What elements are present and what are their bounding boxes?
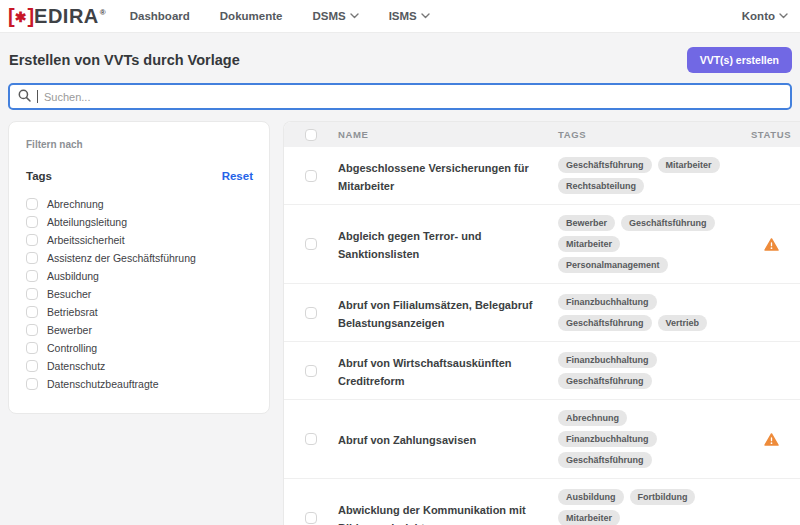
row-checkbox[interactable]: [305, 433, 317, 445]
top-nav: [ ✱ ] EDIRA ® DashboardDokumenteDSMSISMS…: [0, 0, 800, 33]
filter-option-label: Datenschutzbeauftragte: [47, 378, 159, 390]
account-label: Konto: [742, 10, 775, 22]
filter-option-datenschutz[interactable]: Datenschutz: [26, 357, 253, 375]
nav-item-label: ISMS: [389, 10, 417, 22]
row-checkbox[interactable]: [305, 512, 317, 524]
checkbox[interactable]: [26, 342, 38, 354]
text-caret: [37, 90, 38, 103]
search-input[interactable]: [44, 91, 782, 103]
filter-option-label: Datenschutz: [47, 360, 105, 372]
tag-pill: Bewerber: [558, 215, 615, 231]
tag-pill: Geschäftsführung: [558, 373, 652, 389]
filter-option-bewerber[interactable]: Bewerber: [26, 321, 253, 339]
filter-option-abrechnung[interactable]: Abrechnung: [26, 195, 253, 213]
filter-option-controlling[interactable]: Controlling: [26, 339, 253, 357]
table-header-row: NAME TAGS STATUS: [284, 122, 800, 147]
logo-asterisk-icon: ✱: [14, 9, 28, 25]
table-body: Abgeschlossene Versicherungen für Mitarb…: [284, 147, 800, 525]
row-checkbox[interactable]: [305, 170, 317, 182]
nav-item-label: Dokumente: [220, 10, 283, 22]
checkbox[interactable]: [26, 270, 38, 282]
checkbox[interactable]: [26, 324, 38, 336]
tag-pill: Finanzbuchhaltung: [558, 352, 657, 368]
filter-option-besucher[interactable]: Besucher: [26, 285, 253, 303]
column-header-name: NAME: [338, 129, 558, 140]
checkbox[interactable]: [26, 306, 38, 318]
filter-option-label: Betriebsrat: [47, 306, 98, 318]
tag-list: BewerberGeschäftsführungMitarbeiterPerso…: [558, 215, 730, 273]
tag-list: AusbildungFortbildungMitarbeiterPersonal…: [558, 489, 730, 525]
checkbox[interactable]: [26, 252, 38, 264]
tag-list: FinanzbuchhaltungGeschäftsführung: [558, 352, 730, 389]
tag-pill: Mitarbeiter: [658, 157, 720, 173]
nav-item-dashboard[interactable]: Dashboard: [130, 10, 190, 22]
chevron-down-icon: [421, 13, 430, 19]
filter-option-datenschutzbeauftragte[interactable]: Datenschutzbeauftragte: [26, 375, 253, 393]
checkbox[interactable]: [26, 216, 38, 228]
row-checkbox[interactable]: [305, 307, 317, 319]
column-header-status: STATUS: [742, 129, 800, 140]
filter-option-arbeitssicherheit[interactable]: Arbeitssicherheit: [26, 231, 253, 249]
filter-heading: Filtern nach: [26, 139, 253, 150]
page-title: Erstellen von VVTs durch Vorlage: [9, 52, 240, 68]
filter-option-label: Controlling: [47, 342, 97, 354]
logo-right-bracket: ]: [27, 5, 33, 28]
row-checkbox[interactable]: [305, 238, 317, 250]
warning-triangle-icon: [764, 433, 779, 446]
filter-option-label: Abteilungsleitung: [47, 216, 127, 228]
tag-list: FinanzbuchhaltungGeschäftsführungVertrie…: [558, 294, 730, 331]
brand-logo[interactable]: [ ✱ ] EDIRA ®: [8, 5, 106, 28]
nav-item-dokumente[interactable]: Dokumente: [220, 10, 283, 22]
filter-option-assistenz-der-gesch-ftsf-hrung[interactable]: Assistenz der Geschäftsführung: [26, 249, 253, 267]
checkbox[interactable]: [26, 360, 38, 372]
tag-pill: Geschäftsführung: [558, 315, 652, 331]
search-bar[interactable]: [8, 83, 792, 110]
content-area: Filtern nach Tags Reset AbrechnungAbteil…: [0, 110, 800, 525]
filter-option-label: Besucher: [47, 288, 91, 300]
table-row[interactable]: Abruf von ZahlungsavisenAbrechnungFinanz…: [284, 399, 800, 478]
filter-option-label: Arbeitssicherheit: [47, 234, 125, 246]
select-all-checkbox[interactable]: [305, 129, 317, 141]
account-menu[interactable]: Konto: [742, 10, 788, 22]
table-row[interactable]: Abruf von Wirtschaftsauskünften Creditre…: [284, 341, 800, 399]
table-row[interactable]: Abgeschlossene Versicherungen für Mitarb…: [284, 147, 800, 204]
nav-item-isms[interactable]: ISMS: [389, 10, 430, 22]
reset-filters-link[interactable]: Reset: [222, 170, 253, 182]
search-icon: [18, 88, 31, 106]
main-nav: DashboardDokumenteDSMSISMS: [130, 10, 460, 22]
checkbox[interactable]: [26, 198, 38, 210]
nav-item-dsms[interactable]: DSMS: [312, 10, 358, 22]
tag-pill: Abrechnung: [558, 410, 627, 426]
column-header-tags: TAGS: [558, 129, 742, 140]
vvt-name: Abgeschlossene Versicherungen für Mitarb…: [338, 162, 529, 192]
filter-option-label: Abrechnung: [47, 198, 104, 210]
filter-option-label: Bewerber: [47, 324, 92, 336]
filter-option-label: Ausbildung: [47, 270, 99, 282]
row-checkbox[interactable]: [305, 365, 317, 377]
table-row[interactable]: Abgleich gegen Terror- und Sanktionslist…: [284, 204, 800, 283]
vvt-name: Abruf von Wirtschaftsauskünften Creditre…: [338, 357, 511, 387]
tag-list: AbrechnungFinanzbuchhaltungGeschäftsführ…: [558, 410, 730, 468]
tag-pill: Ausbildung: [558, 489, 624, 505]
nav-item-label: DSMS: [312, 10, 345, 22]
table-row[interactable]: Abwicklung der Kommunikation mit Bildung…: [284, 478, 800, 525]
table-row[interactable]: Abruf von Filialumsätzen, Belegabruf Bel…: [284, 283, 800, 341]
tag-pill: Vertrieb: [658, 315, 708, 331]
filter-option-abteilungsleitung[interactable]: Abteilungsleitung: [26, 213, 253, 231]
filter-option-betriebsrat[interactable]: Betriebsrat: [26, 303, 253, 321]
chevron-down-icon: [350, 13, 359, 19]
tag-pill: Fortbildung: [630, 489, 696, 505]
tag-list: GeschäftsführungMitarbeiterRechtsabteilu…: [558, 157, 730, 194]
warning-triangle-icon: [764, 238, 779, 251]
tag-pill: Geschäftsführung: [558, 157, 652, 173]
vvt-name: Abwicklung der Kommunikation mit Bildung…: [338, 504, 526, 525]
vvt-name: Abgleich gegen Terror- und Sanktionslist…: [338, 230, 481, 260]
filter-option-ausbildung[interactable]: Ausbildung: [26, 267, 253, 285]
tag-pill: Mitarbeiter: [558, 236, 620, 252]
checkbox[interactable]: [26, 378, 38, 390]
checkbox[interactable]: [26, 234, 38, 246]
checkbox[interactable]: [26, 288, 38, 300]
create-vvt-button[interactable]: VVT(s) erstellen: [687, 47, 792, 73]
vvt-name: Abruf von Filialumsätzen, Belegabruf Bel…: [338, 299, 532, 329]
nav-item-label: Dashboard: [130, 10, 190, 22]
